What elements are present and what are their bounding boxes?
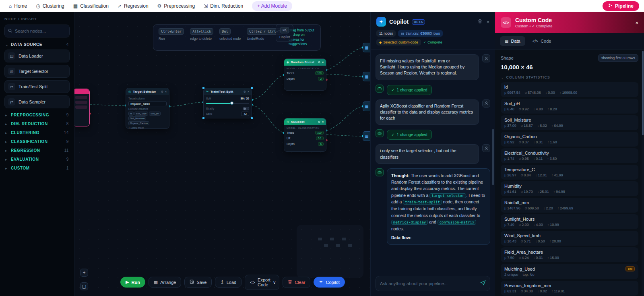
pipeline-button[interactable]: Pipeline	[603, 1, 639, 11]
send-icon[interactable]	[480, 280, 486, 287]
inspector-scrollbar[interactable]	[642, 50, 644, 296]
metrics-node[interactable]: ▦	[363, 72, 370, 81]
param-value[interactable]: 100	[315, 131, 324, 135]
stat-symbol: σ	[519, 157, 521, 161]
param-value[interactable]: 0.1	[316, 137, 324, 140]
custom-code-node[interactable]	[74, 89, 90, 126]
fit-view-button[interactable]: ▢	[80, 282, 88, 290]
node-item-data-loader[interactable]: ▤Data Loader	[4, 50, 70, 62]
search-input[interactable]	[15, 29, 66, 33]
column-stat-wind-speed-kmh[interactable]: Wind_Speed_kmhμ10.43σ5.71↓0.50↑20.00	[501, 231, 638, 246]
section-classification[interactable]: ▸CLASSIFICATION9	[5, 139, 69, 144]
exclude-chip[interactable]: Soil_Moisture	[128, 116, 146, 120]
split-slider[interactable]	[206, 103, 249, 104]
run-button[interactable]: ▶Run	[120, 277, 145, 288]
section-clustering[interactable]: ▸CLUSTERING14	[5, 130, 69, 135]
section-regression[interactable]: ▸REGRESSION11	[5, 148, 69, 153]
metrics-node[interactable]: ▦	[363, 131, 370, 141]
node-settings-icon[interactable]: ⚙	[244, 90, 246, 93]
column-stat-organic-carbon[interactable]: Organic_Carbonμ0.92σ0.37↓0.31↑1.60	[501, 132, 638, 147]
pipeline-canvas[interactable]: Ctrl+EnterRunAlt+Clickedge to deleteDels…	[74, 12, 370, 296]
metrics-node[interactable]: ▦	[363, 101, 370, 111]
column-stat-rainfall-mm[interactable]: Rainfall_mmμ1467.96σ609.58↓2.20↑2499.69	[501, 198, 638, 213]
selection-handle[interactable]	[202, 117, 204, 119]
node-settings-icon[interactable]: ⚙	[318, 120, 320, 124]
column-stat-soil-ph[interactable]: Soil_pHμ6.48σ0.92↓4.80↑8.20	[501, 99, 638, 114]
load-button[interactable]: ↥Load	[215, 277, 242, 288]
section-data-source[interactable]: ⌄DATA SOURCE4	[5, 42, 69, 47]
node-item-train-test-split[interactable]: ✂Train/Test Split	[4, 80, 70, 93]
nav-item-dim-reduction[interactable]: ⇲Dim. Reduction	[200, 2, 247, 10]
train-test-split-node[interactable]: ✂ Train/Test Split ⚙× Split 80 / 20 Stra…	[203, 88, 252, 118]
copilot-button[interactable]: Copilot	[314, 277, 345, 288]
selection-handle[interactable]	[251, 87, 253, 89]
column-stat-mulching-used[interactable]: Mulching_Usedcat2 uniquetop: No	[501, 264, 638, 279]
section-preprocessing[interactable]: ▸PREPROCESSING9	[5, 113, 69, 117]
node-settings-icon[interactable]: ⚙	[318, 61, 320, 64]
node-item-target-selector[interactable]: ◎Target Selector	[4, 65, 70, 78]
node-library-sidebar: NODE LIBRARY ⌄DATA SOURCE4▤Data Loader◎T…	[0, 12, 74, 296]
nav-item-classification[interactable]: ▦Classification	[69, 2, 113, 10]
target-selector-node[interactable]: ◎ Target Selector ⚙× Target column Irrig…	[126, 88, 169, 129]
target-column-select[interactable]: Irrigation_Need	[128, 101, 167, 106]
clear-button[interactable]: Clear	[283, 277, 310, 288]
column-stat-humidity[interactable]: Humidityμ61.61σ19.70↓25.01↑94.98	[501, 181, 638, 196]
column-statistics-header[interactable]: ⌄ COLUMN STATISTICS	[501, 75, 638, 79]
chat-scrollbar[interactable]	[492, 129, 494, 185]
tab-data[interactable]: ▦Data	[500, 36, 525, 46]
random-forest-node[interactable]: ◈ Random Forest ⚙× MODEL · CLASSIFICATIO…	[284, 58, 326, 91]
exclude-chip[interactable]: Soil_pH	[149, 112, 161, 116]
nav-item-home[interactable]: ⌂Home	[5, 2, 31, 10]
copilot-input-bar[interactable]	[376, 276, 490, 291]
tab-code[interactable]: </>Code	[528, 36, 556, 46]
slider-knob[interactable]	[230, 101, 233, 105]
copilot-chat[interactable]: Fill missing values for Rainfall_mm or S…	[371, 50, 495, 272]
column-stat-previous-irrigation-mm[interactable]: Previous_Irrigation_mmμ62.31σ34.38↓0.02↑…	[501, 281, 638, 296]
stratify-toggle[interactable]	[243, 107, 249, 110]
xgboost-node[interactable]: ◇ XGBoost ⚙× MODEL · CLASSIFICATION Tree…	[284, 118, 326, 152]
param-value[interactable]: 6	[318, 142, 324, 146]
close-icon[interactable]: ×	[486, 19, 489, 25]
metrics-node[interactable]: ▦	[363, 43, 370, 52]
zoom-in-button[interactable]: +	[80, 269, 88, 277]
exclude-chip[interactable]: Soil_Type	[134, 112, 148, 116]
add-module-button[interactable]: + Add Module	[252, 1, 292, 11]
column-stat-id[interactable]: idμ9967.54σ5746.08↓0.00↑19998.00	[501, 82, 638, 97]
column-stat-soil-moisture[interactable]: Soil_Moistureμ37.09σ16.57↓8.02↑64.99	[501, 115, 638, 130]
section-custom[interactable]: ▸CUSTOM1	[5, 166, 69, 170]
selection-handle[interactable]	[251, 117, 253, 119]
stat-value: ↓4.80	[533, 107, 543, 111]
export-code-button[interactable]: <>Export Code∨	[245, 275, 279, 290]
data-loader-icon: ▤	[8, 52, 15, 60]
copilot-input[interactable]	[380, 281, 477, 286]
nav-item-clustering[interactable]: ◷Clustering	[32, 2, 68, 10]
node-settings-icon[interactable]: ⚙	[161, 90, 163, 93]
node-close-icon[interactable]: ×	[322, 120, 324, 124]
param-value[interactable]: 100	[315, 71, 324, 75]
show-more-link[interactable]: + Show more	[128, 126, 167, 129]
section-evaluation[interactable]: ▸EVALUATION9	[5, 157, 69, 161]
column-stat-temperature-c[interactable]: Temperature_Cμ26.97σ8.84↓12.01↑41.99	[501, 165, 638, 180]
scrollbar-thumb[interactable]	[642, 51, 644, 135]
node-close-icon[interactable]: ×	[165, 90, 167, 93]
section-dim-reduction[interactable]: ▸DIM. REDUCTION8	[5, 122, 69, 126]
param-value[interactable]: 2	[318, 77, 324, 81]
node-close-icon[interactable]: ×	[322, 61, 324, 64]
node-search[interactable]	[4, 25, 70, 37]
column-stat-sunlight-hours[interactable]: Sunlight_Hoursμ7.49σ2.00↓4.00↑10.99	[501, 214, 638, 229]
exclude-chip[interactable]: Organic_Carbon	[128, 121, 149, 125]
exclude-chip[interactable]: id	[128, 112, 134, 116]
column-stat-electrical-conductivity[interactable]: Electrical_Conductivityμ1.74σ0.95↓0.11↑3…	[501, 148, 638, 163]
column-stat-field-area-hectare[interactable]: Field_Area_hectareμ7.50σ4.24↓0.31↑15.00	[501, 247, 638, 262]
nav-item-preprocessing[interactable]: ⚙Preprocessing	[153, 2, 199, 10]
trash-icon[interactable]	[478, 18, 482, 25]
selection-handle[interactable]	[202, 87, 204, 89]
close-icon[interactable]: ×	[635, 20, 638, 26]
seed-input[interactable]: 42	[241, 112, 249, 116]
node-close-icon[interactable]: ×	[248, 90, 249, 93]
column-statistics-title: COLUMN STATISTICS	[506, 75, 550, 79]
nav-item-regression[interactable]: ↗Regression	[114, 2, 153, 10]
save-button[interactable]: Save	[184, 277, 212, 288]
node-item-data-sampler[interactable]: ⇄Data Sampler	[4, 95, 70, 108]
arrange-button[interactable]: ▦Arrange	[149, 277, 182, 288]
